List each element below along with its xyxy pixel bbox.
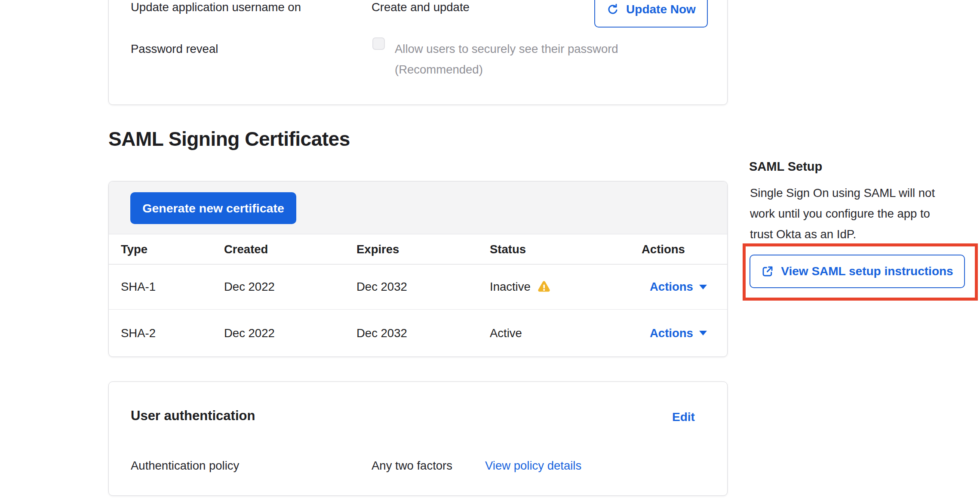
col-header-actions: Actions bbox=[630, 234, 727, 264]
cell-type: SHA-2 bbox=[109, 310, 212, 357]
update-now-button[interactable]: Update Now bbox=[594, 0, 708, 28]
authentication-policy-label: Authentication policy bbox=[131, 458, 239, 473]
cell-created: Dec 2022 bbox=[212, 264, 344, 309]
authentication-policy-value: Any two factors bbox=[372, 458, 452, 473]
col-header-status: Status bbox=[478, 234, 630, 264]
password-reveal-recommended-note: (Recommended) bbox=[395, 62, 483, 77]
update-now-label: Update Now bbox=[626, 3, 696, 16]
user-authentication-title: User authentication bbox=[131, 408, 255, 424]
warning-icon bbox=[537, 280, 551, 294]
col-header-type: Type bbox=[109, 234, 212, 264]
cell-created: Dec 2022 bbox=[212, 310, 344, 357]
col-header-created: Created bbox=[212, 234, 344, 264]
saml-certificates-section-title: SAML Signing Certificates bbox=[108, 127, 350, 151]
saml-instructions-label: View SAML setup instructions bbox=[781, 264, 953, 278]
external-link-icon bbox=[761, 265, 774, 278]
certificate-row-sha1: SHA-1 Dec 2022 Dec 2032 Inactive Actions bbox=[109, 264, 727, 310]
certificates-card: Generate new certificate Type Created Ex… bbox=[108, 181, 728, 357]
edit-link[interactable]: Edit bbox=[672, 410, 695, 424]
cell-expires: Dec 2032 bbox=[344, 310, 478, 357]
cell-type: SHA-1 bbox=[109, 264, 212, 309]
actions-dropdown-sha2[interactable]: Actions bbox=[650, 326, 693, 341]
col-header-expires: Expires bbox=[344, 234, 478, 264]
cell-actions: Actions bbox=[630, 310, 727, 357]
cell-status: Active bbox=[478, 310, 630, 357]
cell-status: Inactive bbox=[478, 264, 630, 309]
user-authentication-card bbox=[108, 381, 728, 496]
chevron-down-icon bbox=[699, 331, 707, 335]
view-saml-setup-instructions-button[interactable]: View SAML setup instructions bbox=[750, 255, 965, 288]
certificates-table-header: Type Created Expires Status Actions bbox=[109, 234, 727, 264]
description-line: work until you configure the app to bbox=[750, 203, 935, 224]
cell-actions: Actions bbox=[630, 264, 727, 309]
password-reveal-checkbox[interactable] bbox=[372, 37, 385, 50]
saml-setup-title: SAML Setup bbox=[749, 160, 822, 174]
actions-dropdown-sha1[interactable]: Actions bbox=[650, 280, 693, 294]
password-reveal-label: Password reveal bbox=[131, 42, 218, 56]
refresh-icon bbox=[606, 3, 619, 16]
status-text: Inactive bbox=[490, 280, 531, 294]
password-reveal-checkbox-text: Allow users to securely see their passwo… bbox=[395, 42, 618, 56]
chevron-down-icon bbox=[699, 285, 707, 289]
certificates-toolbar: Generate new certificate bbox=[109, 181, 727, 234]
description-line: trust Okta as an IdP. bbox=[750, 224, 935, 245]
username-update-value: Create and update bbox=[372, 0, 470, 15]
view-policy-details-link[interactable]: View policy details bbox=[485, 458, 581, 473]
cell-expires: Dec 2032 bbox=[344, 264, 478, 309]
username-update-label: Update application username on bbox=[131, 0, 301, 15]
certificate-row-sha2: SHA-2 Dec 2022 Dec 2032 Active Actions bbox=[109, 310, 727, 357]
page: Update application username on Create an… bbox=[0, 0, 980, 498]
generate-certificate-button[interactable]: Generate new certificate bbox=[130, 192, 296, 224]
description-line: Single Sign On using SAML will not bbox=[750, 183, 935, 203]
status-text: Active bbox=[490, 326, 522, 340]
saml-setup-description: Single Sign On using SAML will not work … bbox=[750, 183, 935, 245]
